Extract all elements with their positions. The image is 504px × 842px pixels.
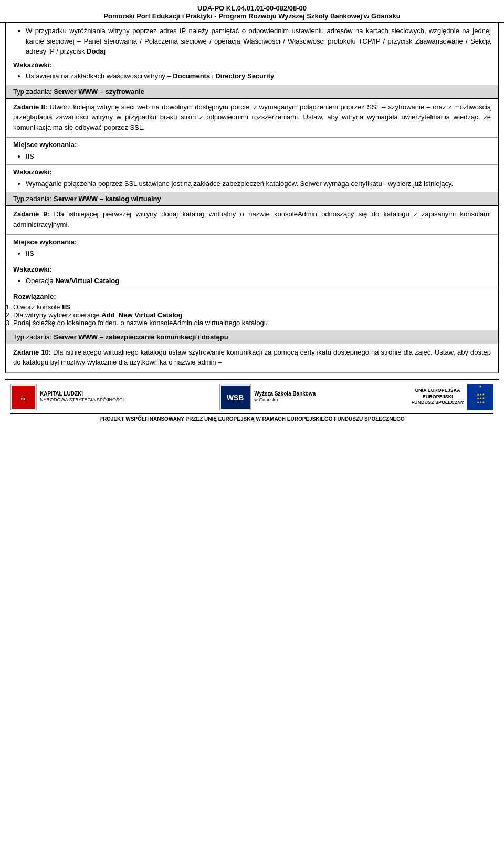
eu-stars-icon: ★★★ ★★★ ★★★ <box>467 384 494 410</box>
zadanie-10-row: Zadanie 10: Dla istniejącego wirtualnego… <box>6 344 498 373</box>
task-type-prefix-3: Typ zadania: <box>13 195 52 203</box>
footer-logos: KL KAPITAŁ LUDZKI NARODOWA STRATEGIA SPÓ… <box>10 384 494 410</box>
wskazowki-3-bullet: Operacja New/Virtual Catalog <box>26 276 491 286</box>
kapital-logo-image: KL <box>10 384 37 410</box>
miejsce-2-label: Miejsce wykonania: <box>13 140 491 150</box>
svg-text:★★★: ★★★ <box>476 392 484 396</box>
kapital-logo-title: KAPITAŁ LUDZKI <box>40 390 124 397</box>
kapital-logo-text: KAPITAŁ LUDZKI NARODOWA STRATEGIA SPÓJNO… <box>40 390 124 403</box>
miejsce-3-value: IIS <box>26 248 491 259</box>
wskazowki-2-bullet: Wymaganie połączenia poprzez SSL ustawia… <box>26 179 491 189</box>
zadanie-9-text: Zadanie 9: Dla istniejącej pierwszej wit… <box>13 209 491 230</box>
miejsce-section-2: Miejsce wykonania: IIS <box>6 138 498 165</box>
zadanie-8-text: Zadanie 8: Utwórz kolejną witrynę sieci … <box>13 102 491 133</box>
task-type-prefix-4: Typ zadania: <box>13 333 52 341</box>
wskazowki-3-label: Wskazówki: <box>13 264 491 275</box>
footer-project-text: PROJEKT WSPÓŁFINANSOWANY PRZEZ UNIĘ EURO… <box>10 413 494 422</box>
task-type-text-4: Serwer WWW – zabezpieczanie komunikacji … <box>54 333 228 341</box>
eu-logo-sub: EUROPEJSKIFUNDUSZ SPOŁECZNY <box>411 394 464 406</box>
rozwiazanie-section: Rozwiązanie: Otwórz konsole IIS Dla witr… <box>6 289 498 330</box>
task-type-text-3: Serwer WWW – katalog wirtualny <box>54 195 161 203</box>
miejsce-2-value: IIS <box>26 151 491 162</box>
wskazowki-section-2: Wskazówki: Wymaganie połączenia poprzez … <box>6 165 498 192</box>
rozwiazanie-step-2: Dla witryny wybierz operacje Add New Vir… <box>13 311 491 319</box>
wskazowki-section-1: Wskazówki: Ustawienia na zakładkach właś… <box>6 58 498 85</box>
wsb-logo-image: WSB <box>219 384 251 410</box>
rozwiazanie-step-1: Otwórz konsole IIS <box>13 303 491 311</box>
svg-text:★★★: ★★★ <box>476 400 484 403</box>
content-area: W przypadku wyróżniania witryny poprzez … <box>5 23 499 373</box>
svg-text:WSB: WSB <box>226 393 244 402</box>
miejsce-3-label: Miejsce wykonania: <box>13 237 491 247</box>
kapital-logo-sub: NARODOWA STRATEGIA SPÓJNOŚCI <box>40 397 124 403</box>
task-type-row-2: Typ zadania: Serwer WWW – szyfrowanie <box>6 85 498 99</box>
wsb-logo-sub: w Gdańsku <box>254 397 316 403</box>
rozwiazanie-step-3: Podaj ścieżkę do lokalnego folderu o naz… <box>13 319 491 327</box>
wskazowki-section-3: Wskazówki: Operacja New/Virtual Catalog <box>6 262 498 289</box>
wskazowki-1-bullet: Ustawienia na zakładkach właściwości wit… <box>26 71 491 81</box>
task-type-row-4: Typ zadania: Serwer WWW – zabezpieczanie… <box>6 330 498 344</box>
zadanie-10-text: Zadanie 10: Dla istniejącego wirtualnego… <box>13 347 491 368</box>
wsb-logo-text: Wyższa Szkoła Bankowa w Gdańsku <box>254 390 316 403</box>
zadanie-9-row: Zadanie 9: Dla istniejącej pierwszej wit… <box>6 206 498 235</box>
intro-bullet: W przypadku wyróżniania witryny poprzez … <box>26 26 491 57</box>
footer: KL KAPITAŁ LUDZKI NARODOWA STRATEGIA SPÓ… <box>5 379 499 426</box>
miejsce-section-3: Miejsce wykonania: IIS <box>6 235 498 262</box>
wskazowki-1-label: Wskazówki: <box>13 60 491 70</box>
task-type-prefix-2: Typ zadania: <box>13 88 52 96</box>
zadanie-8-row: Zadanie 8: Utwórz kolejną witrynę sieci … <box>6 99 498 138</box>
rozwiazanie-list: Otwórz konsole IIS Dla witryny wybierz o… <box>13 303 491 327</box>
wsb-logo-block: WSB Wyższa Szkoła Bankowa w Gdańsku <box>219 384 316 410</box>
rozwiazanie-label: Rozwiązanie: <box>13 292 491 302</box>
wsb-logo-title: Wyższa Szkoła Bankowa <box>254 390 316 397</box>
logo-kapital-block: KL KAPITAŁ LUDZKI NARODOWA STRATEGIA SPÓ… <box>10 384 124 410</box>
task-type-text-2: Serwer WWW – szyfrowanie <box>54 88 144 96</box>
eu-logo-text: UNIA EUROPEJSKA EUROPEJSKIFUNDUSZ SPOŁEC… <box>411 388 464 406</box>
header: UDA-PO KL.04.01.01-00-082/08-00 Pomorski… <box>0 0 504 23</box>
wskazowki-2-label: Wskazówki: <box>13 167 491 178</box>
svg-text:★★★: ★★★ <box>476 397 484 400</box>
header-title: UDA-PO KL.04.01.01-00-082/08-00 <box>10 4 494 12</box>
header-subtitle: Pomorski Port Edukacji i Praktyki - Prog… <box>10 12 494 20</box>
svg-text:KL: KL <box>21 397 27 401</box>
eu-logo-title: UNIA EUROPEJSKA <box>411 388 464 394</box>
task-type-row-3: Typ zadania: Serwer WWW – katalog wirtua… <box>6 192 498 206</box>
eu-logo-block: UNIA EUROPEJSKA EUROPEJSKIFUNDUSZ SPOŁEC… <box>411 384 494 410</box>
page-wrapper: UDA-PO KL.04.01.01-00-082/08-00 Pomorski… <box>0 0 504 426</box>
intro-section: W przypadku wyróżniania witryny poprzez … <box>6 23 498 57</box>
